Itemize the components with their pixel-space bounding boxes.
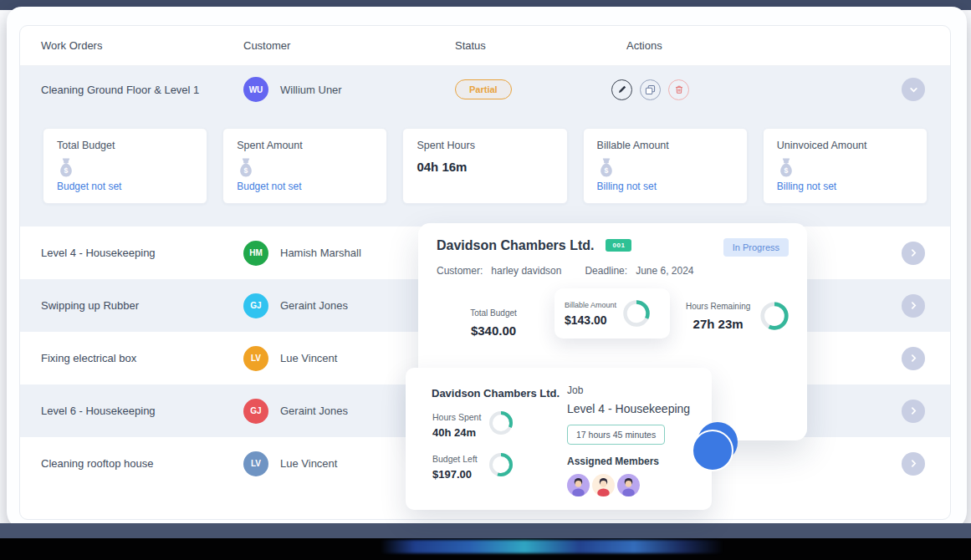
money-bag-icon: $ <box>57 157 75 178</box>
header-work-orders: Work Orders <box>20 39 243 52</box>
status-badge: Partial <box>455 79 512 99</box>
duration-chip: 17 hours 45 minutes <box>567 425 665 445</box>
customer-value: harley davidson <box>491 265 561 277</box>
stat-value: 27h 23m <box>686 317 750 331</box>
header-customer: Customer <box>243 39 417 52</box>
chevron-right-icon <box>909 459 918 468</box>
job-card-title: Davidson Chambers Ltd. <box>432 387 560 400</box>
customer-name: Hamish Marshall <box>280 247 361 259</box>
window-frame-bottom <box>0 523 971 540</box>
chevron-right-icon <box>909 354 918 363</box>
blue-blob-decoration <box>692 430 733 471</box>
work-order-title: Level 6 - Housekeeping <box>20 405 243 417</box>
stat-value: $143.00 <box>565 313 616 327</box>
stat-label: Billable Amount <box>565 301 616 309</box>
svg-text:$: $ <box>604 166 608 175</box>
billing-not-set-link[interactable]: Billing not set <box>777 181 913 192</box>
chevron-right-icon <box>909 248 918 257</box>
svg-text:$: $ <box>784 166 788 175</box>
svg-text:$: $ <box>64 166 69 175</box>
stat-card-uninvoiced-amount: Uninvoiced Amount $ Billing not set <box>763 128 928 204</box>
avatar: GJ <box>243 293 268 318</box>
expand-row-button[interactable] <box>902 294 925 318</box>
stat-label: Hours Remaining <box>686 302 750 311</box>
money-bag-icon: $ <box>597 157 616 178</box>
customer-name: Lue Vincent <box>280 457 337 470</box>
work-order-title: Cleaning Ground Floor & Level 1 <box>20 84 243 96</box>
donut-chart <box>759 300 790 332</box>
stat-value: $197.00 <box>432 468 491 481</box>
chevron-right-icon <box>909 301 918 310</box>
header-actions: Actions <box>626 39 662 52</box>
donut-chart <box>488 410 514 436</box>
chevron-right-icon <box>909 406 918 415</box>
project-title: Davidson Chambers Ltd. <box>437 238 594 253</box>
stat-value: 40h 24m <box>432 426 491 439</box>
project-code-badge: 001 <box>606 239 631 252</box>
stat-label: Spent Hours <box>417 140 553 151</box>
job-detail-card: Davidson Chambers Ltd. Hours Spent 40h 2… <box>406 368 712 510</box>
budget-not-set-link[interactable]: Budget not set <box>57 181 193 192</box>
customer-name: Geraint Jones <box>280 299 348 312</box>
assigned-members-label: Assigned Members <box>567 456 701 467</box>
deadline-value: June 6, 2024 <box>636 265 693 277</box>
stat-label: Total Budget <box>57 140 193 151</box>
hours-remaining-stat: Hours Remaining 27h 23m <box>686 300 790 332</box>
work-order-title: Level 4 - Housekeeping <box>20 247 243 259</box>
chevron-down-icon <box>909 85 918 94</box>
stat-card-spent-amount: Spent Amount $ Budget not set <box>222 128 387 204</box>
edit-button[interactable] <box>611 79 632 100</box>
stat-label: Total Budget <box>443 308 544 318</box>
customer-name: Willium Uner <box>280 84 342 96</box>
delete-button[interactable] <box>668 79 689 100</box>
customer-label: Customer: <box>437 265 483 277</box>
pencil-icon <box>617 84 627 94</box>
budget-left-stat: Budget Left $197.00 <box>432 454 491 481</box>
spent-hours-value: 04h 16m <box>417 160 553 174</box>
avatar: LV <box>243 346 268 371</box>
customer-name: Geraint Jones <box>280 405 348 417</box>
stat-card-total-budget: Total Budget $ Budget not set <box>43 128 207 204</box>
stat-value: $340.00 <box>443 323 544 338</box>
in-progress-badge: In Progress <box>723 238 789 257</box>
duplicate-button[interactable] <box>640 79 661 100</box>
job-name: Level 4 - Housekeeping <box>567 402 701 415</box>
stat-card-billable-amount: Billable Amount $ Billing not set <box>583 128 748 204</box>
table-row-expanded[interactable]: Cleaning Ground Floor & Level 1 WU Willi… <box>20 66 950 113</box>
customer-name: Lue Vincent <box>280 352 337 364</box>
stat-label: Hours Spent <box>432 412 491 422</box>
expand-row-button[interactable] <box>902 347 925 370</box>
trash-icon <box>674 84 684 94</box>
person-icon <box>592 474 615 496</box>
avatar: GJ <box>243 399 268 424</box>
work-order-title: Fixing electrical box <box>20 352 243 364</box>
donut-chart <box>488 451 514 478</box>
avatar: LV <box>243 451 268 476</box>
header-status: Status <box>417 39 592 52</box>
person-icon <box>617 474 640 496</box>
stat-label: Spent Amount <box>237 140 373 151</box>
expand-row-button[interactable] <box>902 242 925 265</box>
job-label: Job <box>567 384 701 396</box>
copy-icon <box>645 84 656 95</box>
money-bag-icon: $ <box>777 157 795 178</box>
work-order-title: Cleaning rooftop house <box>20 457 243 470</box>
assigned-members-row <box>567 474 701 496</box>
stat-card-spent-hours: Spent Hours 04h 16m <box>402 128 567 204</box>
work-order-title: Swipping up Rubber <box>20 299 243 312</box>
svg-text:$: $ <box>244 166 248 175</box>
budget-not-set-link[interactable]: Budget not set <box>237 181 373 192</box>
wallpaper-edge-decoration <box>381 540 723 553</box>
deadline-label: Deadline: <box>585 265 627 277</box>
donut-chart <box>621 298 652 328</box>
total-budget-stat: Total Budget $340.00 <box>443 308 544 338</box>
collapse-row-button[interactable] <box>902 78 925 101</box>
expand-row-button[interactable] <box>902 400 925 423</box>
expanded-stats-strip: Total Budget $ Budget not set Spent Amou… <box>20 113 950 227</box>
avatar: WU <box>243 77 268 102</box>
billing-not-set-link[interactable]: Billing not set <box>597 181 733 192</box>
expand-row-button[interactable] <box>902 452 925 476</box>
billable-amount-stat: Billable Amount $143.00 <box>554 288 670 339</box>
money-bag-icon: $ <box>237 157 255 178</box>
desktop-background: Work Orders Customer Status Actions Clea… <box>0 0 971 560</box>
